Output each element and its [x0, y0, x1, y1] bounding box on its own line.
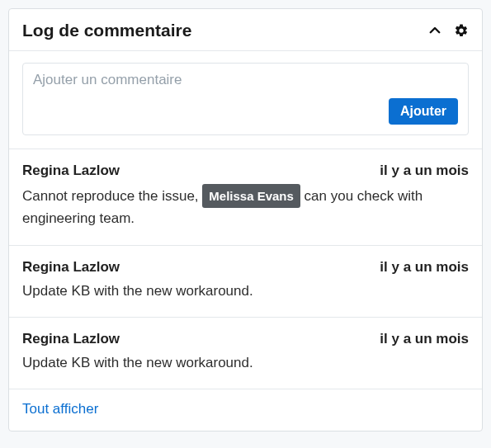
mention-chip[interactable]: Melissa Evans [202, 184, 300, 208]
comment-body: Cannot reproduce the issue, Melissa Evan… [22, 184, 469, 230]
panel-footer: Tout afficher [9, 389, 482, 431]
comment-author: Regina Lazlow [22, 259, 120, 276]
comment-text: Update KB with the new workaround. [22, 355, 253, 370]
comment-text: Update KB with the new workaround. [22, 283, 253, 299]
comment-author: Regina Lazlow [22, 163, 120, 179]
collapse-toggle[interactable] [427, 23, 442, 38]
settings-button[interactable] [454, 23, 469, 38]
comment-time: il y a un mois [380, 331, 469, 347]
comment-composer: Ajouter [9, 51, 482, 149]
panel-header: Log de commentaire [9, 9, 482, 51]
show-all-link[interactable]: Tout afficher [22, 401, 98, 417]
gear-icon [454, 23, 469, 38]
add-comment-button[interactable]: Ajouter [389, 98, 458, 125]
panel-title: Log de commentaire [22, 21, 416, 40]
comment-body: Update KB with the new workaround. [22, 352, 469, 374]
comment-time: il y a un mois [380, 163, 469, 179]
comment-time: il y a un mois [380, 259, 469, 276]
comment-item: Regina Lazlow il y a un mois Cannot repr… [9, 149, 482, 246]
comment-author: Regina Lazlow [22, 331, 120, 347]
comment-text: Cannot reproduce the issue, [22, 188, 202, 204]
comment-item: Regina Lazlow il y a un mois Update KB w… [9, 246, 482, 318]
comment-meta: Regina Lazlow il y a un mois [22, 163, 469, 179]
composer-box: Ajouter [22, 63, 469, 135]
comment-meta: Regina Lazlow il y a un mois [22, 259, 469, 276]
comment-log-panel: Log de commentaire Ajouter Regina Lazlow… [8, 8, 483, 431]
comment-input[interactable] [33, 72, 458, 93]
comment-meta: Regina Lazlow il y a un mois [22, 331, 469, 347]
comment-item: Regina Lazlow il y a un mois Update KB w… [9, 318, 482, 389]
chevron-up-icon [427, 23, 442, 38]
comment-body: Update KB with the new workaround. [22, 281, 469, 302]
composer-actions: Ajouter [33, 98, 458, 125]
